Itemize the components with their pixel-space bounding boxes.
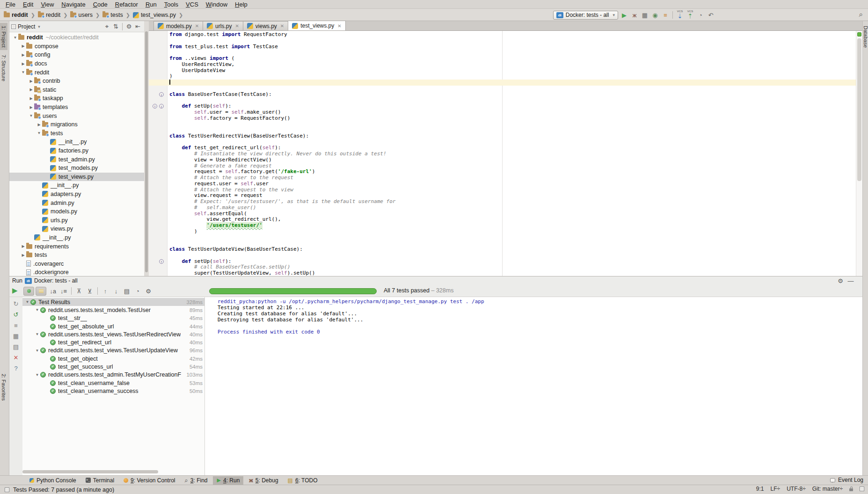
tree-collapsed-icon[interactable]: ▶ — [28, 87, 34, 92]
project-tree-row[interactable]: ▶static — [9, 86, 144, 94]
project-tree-row[interactable]: ▶compose — [9, 42, 144, 51]
breadcrumb-item[interactable]: test_views.py — [133, 12, 176, 18]
project-tree-row[interactable]: ▶docs — [9, 59, 144, 68]
tree-expanded-icon[interactable]: ▼ — [34, 349, 40, 353]
project-tree-row[interactable]: ▶migrations — [9, 120, 144, 129]
event-log-button[interactable]: Event Log — [830, 477, 863, 483]
status-widget-git[interactable]: Git: master÷ — [812, 486, 843, 492]
run-with-coverage-icon[interactable]: ▦ — [640, 10, 650, 20]
project-tree-row[interactable]: admin.py — [9, 198, 144, 207]
run-configuration-select[interactable]: di Docker: tests - all ▾ — [553, 11, 618, 20]
test-tree-row[interactable]: ✓test_get_absolute_url44ms — [22, 322, 204, 330]
hide-icon[interactable]: — — [846, 277, 856, 284]
collapse-all-icon[interactable]: ⇅ — [111, 22, 120, 31]
menu-navigate[interactable]: Navigate — [58, 1, 89, 8]
menu-view[interactable]: View — [37, 1, 58, 8]
project-tree-row[interactable]: ▶contrib — [9, 77, 144, 86]
collapse-all-icon[interactable]: ⊻ — [85, 286, 95, 296]
menu-refactor[interactable]: Refactor — [111, 1, 142, 8]
rerun-failed-tests-icon[interactable]: ↺ — [11, 311, 21, 318]
menu-file[interactable]: File — [2, 1, 19, 8]
test-tree-row[interactable]: ✓test_clean_username_false53ms — [22, 379, 204, 387]
project-tree-row[interactable]: __init__.py — [9, 233, 144, 242]
sort-alphabetically-icon[interactable]: ↓a — [48, 286, 58, 296]
tab-close-icon[interactable]: ✕ — [280, 23, 284, 29]
project-tree-row[interactable]: ▼tests — [9, 129, 144, 138]
status-widget-9[interactable]: 9:1 — [756, 486, 764, 492]
rerun-tests-icon[interactable]: ↻ — [11, 300, 21, 307]
stripe-database[interactable]: Database — [863, 23, 868, 51]
lock-icon[interactable] — [849, 488, 853, 491]
toolwindow-button-run[interactable]: ▶4: Run — [213, 476, 243, 485]
toolwindow-button-todo[interactable]: ▤6: TODO — [284, 476, 321, 485]
project-tree-row[interactable]: models.py — [9, 207, 144, 216]
sort-by-duration-icon[interactable]: ↓≡ — [58, 286, 69, 296]
tab-models-py[interactable]: models.py✕ — [153, 21, 203, 30]
menu-vcs[interactable]: VCS — [182, 1, 202, 8]
toolwindow-toggle-icon[interactable] — [5, 487, 9, 492]
toolwindow-button-debug[interactable]: ж5: Debug — [245, 476, 282, 485]
project-tree-row[interactable]: .coveragerc — [9, 259, 144, 268]
override-up-marker-icon[interactable]: ↑ — [159, 259, 164, 264]
tree-expanded-icon[interactable]: ▼ — [12, 36, 18, 40]
search-everywhere-icon[interactable]: ⌕ — [856, 10, 866, 19]
project-panel-title[interactable]: Project — [18, 23, 35, 30]
help-icon[interactable]: ? — [11, 364, 21, 372]
project-tree-row[interactable]: .dockerignore — [9, 268, 144, 276]
settings-icon[interactable]: ⚙ — [835, 277, 846, 284]
tab-urls-py[interactable]: urls.py✕ — [203, 21, 243, 30]
tree-collapsed-icon[interactable]: ▶ — [28, 79, 34, 83]
run-icon[interactable]: ▶ — [619, 10, 629, 20]
project-splitter-scrollbar[interactable] — [144, 21, 149, 276]
tab-close-icon[interactable]: ✕ — [235, 23, 239, 29]
test-tree-row[interactable]: ✓test_get_redirect_url40ms — [22, 338, 204, 346]
tab-close-icon[interactable]: ✕ — [195, 23, 199, 29]
tree-collapsed-icon[interactable]: ▶ — [20, 244, 26, 248]
project-tree-row[interactable]: ▶tests — [9, 251, 144, 260]
project-tree-row[interactable]: views.py — [9, 225, 144, 233]
project-tree-row[interactable]: ▶config — [9, 51, 144, 59]
project-tree-row[interactable]: test_models.py — [9, 164, 144, 173]
menu-help[interactable]: Help — [231, 1, 251, 8]
test-tree-row[interactable]: ▼✓reddit.users.tests.test_admin.TestMyUs… — [22, 371, 204, 379]
test-console[interactable]: reddit_pycha:python -u /opt/.pycharm_hel… — [205, 297, 862, 475]
tree-horizontal-scrollbar[interactable] — [22, 470, 158, 473]
rollback-icon[interactable]: ↶ — [706, 10, 716, 20]
editor-scrollbar[interactable] — [856, 31, 862, 276]
status-widget-lf[interactable]: LF÷ — [771, 486, 780, 492]
stripe-project[interactable]: 1: Project — [0, 23, 7, 50]
project-tree-row[interactable]: ▶requirements — [9, 242, 144, 251]
project-tree-row[interactable]: ▶taskapp — [9, 94, 144, 103]
tree-collapsed-icon[interactable]: ▶ — [28, 105, 34, 109]
tree-collapsed-icon[interactable]: ▶ — [36, 123, 42, 127]
close-icon[interactable]: ✕ — [11, 354, 21, 361]
previous-failed-test-icon[interactable]: ↑ — [100, 286, 110, 296]
tree-collapsed-icon[interactable]: ▶ — [20, 44, 26, 48]
local-history-icon[interactable]: ◔ — [695, 10, 706, 20]
breadcrumb-item[interactable]: reddit — [4, 12, 28, 18]
override-up-marker-icon[interactable]: ↑ — [153, 104, 157, 109]
project-tree-row[interactable]: __init__.py — [9, 181, 144, 190]
override-down-marker-icon[interactable]: ↓ — [159, 92, 164, 97]
tree-expanded-icon[interactable]: ▼ — [36, 131, 42, 135]
scrollbar-thumb[interactable] — [857, 38, 861, 181]
breadcrumb-item[interactable]: reddit — [38, 12, 60, 18]
tree-expanded-icon[interactable]: ▼ — [24, 300, 30, 304]
breadcrumb-item[interactable]: tests — [102, 12, 123, 18]
stripe-favorites[interactable]: 2: Favorites — [0, 371, 7, 403]
override-down-marker-icon[interactable]: ↓ — [159, 104, 164, 109]
next-failed-test-icon[interactable]: ↓ — [111, 286, 121, 296]
breadcrumb-item[interactable]: users — [70, 12, 93, 18]
export-test-results-icon[interactable]: ▤ — [122, 286, 132, 296]
tab-views-py[interactable]: views.py✕ — [243, 21, 288, 30]
project-tree-row[interactable]: urls.py — [9, 216, 144, 225]
test-tree-row[interactable]: ✓test_clean_username_success50ms — [22, 387, 204, 395]
test-history-icon[interactable]: ◔ — [132, 286, 143, 296]
test-tree-row[interactable]: ▼✓reddit.users.tests.test_views.TestUser… — [22, 330, 204, 338]
test-tree-row[interactable]: ✓test_get_success_url54ms — [22, 363, 204, 370]
profiler-icon[interactable]: ◉ — [650, 10, 660, 20]
project-tree-row[interactable]: test_admin.py — [9, 155, 144, 164]
tab-test_views-py[interactable]: test_views.py✕ — [288, 21, 345, 30]
tree-expanded-icon[interactable]: ▼ — [34, 308, 40, 312]
test-tree-row[interactable]: ▼✓reddit.users.tests.test_models.TestUse… — [22, 306, 204, 314]
